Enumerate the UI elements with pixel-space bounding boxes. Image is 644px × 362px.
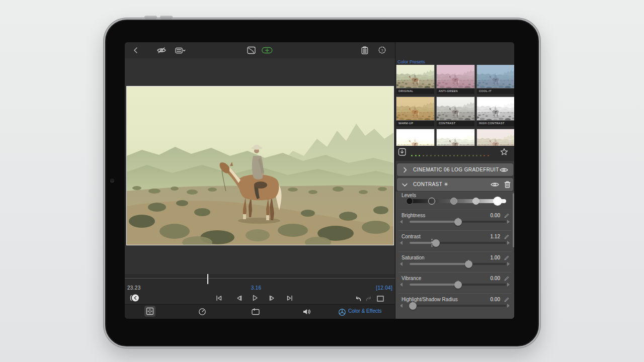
preset-row3-3[interactable] [477,129,514,146]
preset-grid: ORIGINAL ANTI-GREEN COOL-IT WARM-UP CONT… [395,65,514,146]
slider-handle[interactable] [409,302,417,310]
play-icon[interactable] [251,294,259,302]
volume-down-button [160,16,173,19]
levels-gradient-bar [410,199,506,203]
slider-value-brightness: 0.00 [447,213,500,218]
step-forward-icon[interactable] [268,294,276,302]
preset-row3-2[interactable] [437,129,474,146]
levels-handle-highlight[interactable] [472,198,479,205]
section-contrast[interactable]: CONTRAST ✳ [397,178,513,191]
slider-decrement[interactable] [400,283,403,287]
color-presets-heading: Color Presets [397,59,425,64]
preset-pagination-row [395,146,514,159]
slider-track-saturation[interactable] [410,263,506,265]
edit-pencil-icon[interactable] [504,213,510,219]
undo-icon[interactable] [354,295,362,302]
slider-decrement[interactable] [400,304,403,308]
section-title: CONTRAST ✳ [413,182,448,187]
levels-handle-mid[interactable] [450,198,457,205]
section-title: CINEMATIC 06 LOG GRADEFRUIT [413,167,499,172]
slider-increment[interactable] [507,262,510,266]
chevron-right-icon[interactable] [403,167,408,173]
scrubber-track [125,278,395,279]
timecode-clip-position: 3.16 [240,285,272,291]
clip-speed-icon[interactable] [198,308,206,316]
divider [398,272,512,273]
preset-warm-up[interactable]: WARM-UP [396,97,434,126]
audio-icon[interactable] [302,308,311,315]
slider-decrement[interactable] [400,262,403,266]
edit-pencil-icon[interactable] [504,234,510,240]
levels-handle-black[interactable] [406,198,413,205]
slider-track-highlight-shadow-radius[interactable] [410,305,506,307]
divider [398,230,512,231]
frame-fit-icon[interactable] [251,308,260,315]
add-clip-icon[interactable] [262,47,273,54]
preset-original[interactable]: ORIGINAL [396,65,434,94]
visibility-eye-icon[interactable] [500,167,508,173]
preset-cool-it[interactable]: COOL-IT [477,65,514,94]
slider-handle[interactable] [465,260,472,268]
slider-increment[interactable] [507,220,510,224]
preset-contrast[interactable]: CONTRAST [437,97,474,126]
slider-label-brightness: Brightness [401,213,425,218]
slider-value-saturation: 1.00 [447,255,500,260]
color-effects-icon[interactable] [338,308,346,316]
fit-frame-icon[interactable] [376,295,384,302]
favorite-star-icon[interactable] [500,147,509,156]
slider-increment[interactable] [507,241,510,245]
slider-value-contrast: 1.12 [447,234,500,239]
slider-value-vibrance: 0.00 [447,276,500,281]
redo-icon[interactable] [365,295,373,302]
volume-up-button [144,16,157,19]
divider [398,293,512,294]
color-effects-label[interactable]: Color & Effects [348,308,382,314]
hide-preview-icon[interactable] [157,47,166,54]
clip-overlay-icon[interactable] [175,47,186,54]
transform-crop-icon[interactable] [145,307,154,316]
edit-pencil-icon[interactable] [504,297,510,303]
back-chevron-icon[interactable] [132,46,140,54]
skip-to-start-icon[interactable] [215,294,223,302]
settings-help-icon[interactable]: ? [378,46,386,54]
slider-handle[interactable] [454,281,462,289]
slider-value-highlight-shadow-radius: 0.00 [447,297,500,302]
jog-wheel-icon[interactable] [129,294,140,302]
slider-handle[interactable] [432,239,440,247]
chevron-down-icon[interactable] [401,183,408,188]
slider-decrement[interactable] [400,220,403,224]
slider-track-contrast[interactable] [410,242,506,244]
preset-row3-1[interactable] [396,129,434,146]
video-preview[interactable] [127,86,393,245]
skip-to-end-icon[interactable] [286,294,294,302]
import-preset-icon[interactable] [398,148,407,156]
slider-decrement[interactable] [400,241,403,245]
panel-scrollbar[interactable] [513,193,514,247]
section-cinematic-lut[interactable]: CINEMATIC 06 LOG GRADEFRUIT [397,163,513,176]
clipboard-icon[interactable] [361,46,368,54]
app-screen: ? @ 23.23 3.16 [12.04] [125,42,514,319]
pagination-dots[interactable] [411,151,497,160]
preset-high-contrast[interactable]: HIGH CONTRAST [477,97,514,126]
divider [398,209,512,210]
levels-handle-white[interactable] [493,197,502,206]
visibility-eye-icon[interactable] [491,182,499,188]
slider-increment[interactable] [507,283,510,287]
levels-handle-shadow[interactable] [428,198,435,205]
fade-frame-icon[interactable] [247,46,256,54]
step-back-icon[interactable] [235,294,243,302]
timecode-remaining: [12.04] [352,285,392,291]
edit-pencil-icon[interactable] [504,255,510,261]
slider-track-brightness[interactable] [410,221,506,223]
delete-trash-icon[interactable] [504,180,511,189]
preset-anti-green[interactable]: ANTI-GREEN [437,65,474,94]
front-camera [110,178,114,183]
playhead[interactable] [207,274,208,284]
slider-label-saturation: Saturation [401,255,425,260]
slider-increment[interactable] [507,304,510,308]
edit-pencil-icon[interactable] [504,276,510,282]
slider-label-contrast: Contrast [401,234,421,239]
timeline-scrubber[interactable] [125,274,395,284]
slider-track-vibrance[interactable] [410,284,506,286]
slider-handle[interactable] [454,218,462,226]
